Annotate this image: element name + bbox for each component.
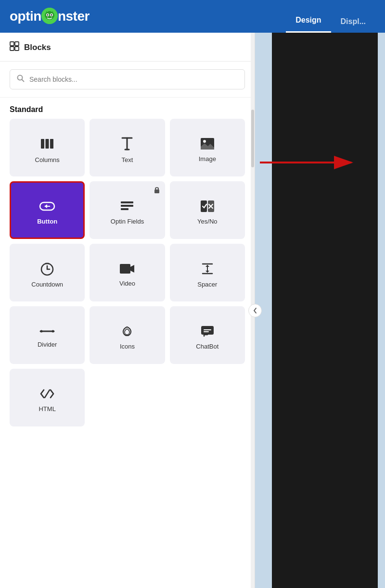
svg-rect-10	[10, 42, 14, 46]
logo-text-end: nster	[58, 9, 90, 24]
yesno-label: Yes/No	[197, 218, 217, 225]
tab-design[interactable]: Design	[286, 11, 331, 33]
text-label: Text	[122, 156, 133, 163]
svg-rect-25	[121, 208, 128, 210]
icons-label: Icons	[120, 343, 135, 350]
image-label: Image	[199, 155, 216, 163]
block-item-image[interactable]: Image	[170, 119, 245, 176]
columns-label: Columns	[35, 156, 60, 163]
html-label: HTML	[38, 405, 55, 413]
blocks-header-icon	[10, 41, 19, 53]
block-item-text[interactable]: Text	[90, 119, 165, 176]
block-item-spacer[interactable]: Spacer	[170, 244, 245, 301]
columns-icon	[39, 136, 55, 151]
countdown-label: Countdown	[31, 281, 63, 288]
app-header: optin nster Design Displ...	[0, 0, 385, 33]
svg-rect-11	[15, 42, 19, 46]
search-container	[0, 62, 255, 98]
lock-icon	[154, 186, 160, 195]
blocks-title: Blocks	[24, 43, 51, 52]
svg-rect-30	[120, 264, 130, 274]
svg-point-20	[203, 140, 206, 143]
blocks-header: Blocks	[0, 33, 255, 62]
svg-line-15	[22, 80, 24, 82]
block-item-button[interactable]: Button	[10, 181, 85, 239]
divider-label: Divider	[38, 341, 57, 348]
search-box[interactable]	[10, 69, 245, 89]
scroll-thumb[interactable]	[251, 110, 254, 167]
block-item-icons[interactable]: Icons	[90, 306, 165, 364]
search-input[interactable]	[29, 75, 238, 83]
logo-monster-icon	[41, 8, 58, 24]
icons-icon	[120, 325, 134, 338]
tab-display[interactable]: Displ...	[331, 13, 375, 33]
video-icon	[119, 263, 135, 275]
logo-text-start: optin	[10, 9, 41, 24]
svg-point-4	[47, 14, 48, 16]
section-label: Standard	[0, 98, 255, 119]
block-item-yesno[interactable]: Yes/No	[170, 181, 245, 239]
spacer-icon	[200, 262, 215, 276]
svg-rect-17	[46, 139, 49, 149]
right-panel	[255, 33, 385, 588]
canvas-area	[272, 33, 378, 588]
svg-rect-26	[201, 200, 207, 212]
button-label: Button	[37, 218, 57, 225]
collapse-panel-button[interactable]	[248, 304, 262, 317]
svg-point-5	[51, 14, 52, 16]
svg-rect-9	[51, 10, 52, 12]
yesno-icon	[200, 200, 215, 213]
block-item-chatbot[interactable]: ChatBot	[170, 306, 245, 364]
divider-icon	[39, 326, 55, 336]
main-layout: Blocks Standard	[0, 33, 385, 588]
svg-rect-13	[15, 47, 19, 50]
block-item-video[interactable]: Video	[90, 244, 165, 301]
svg-rect-8	[47, 10, 48, 12]
block-item-countdown[interactable]: Countdown	[10, 244, 85, 301]
svg-rect-23	[121, 201, 133, 203]
block-item-divider[interactable]: Divider	[10, 306, 85, 364]
block-item-optin-fields[interactable]: Optin Fields	[90, 181, 165, 239]
chatbot-label: ChatBot	[196, 343, 218, 350]
image-icon	[200, 137, 215, 150]
chatbot-icon	[200, 325, 215, 338]
optin-icon	[120, 200, 134, 213]
optin-label: Optin Fields	[111, 218, 144, 225]
logo: optin nster	[10, 8, 90, 25]
svg-rect-12	[10, 47, 14, 50]
svg-rect-22	[154, 189, 159, 193]
button-icon	[39, 200, 55, 213]
block-item-columns[interactable]: Columns	[10, 119, 85, 176]
svg-point-37	[52, 330, 54, 332]
spacer-label: Spacer	[197, 281, 217, 288]
block-item-html[interactable]: HTML	[10, 369, 85, 426]
text-icon	[120, 136, 134, 151]
svg-line-41	[45, 390, 50, 398]
search-icon	[17, 75, 25, 84]
blocks-grid: Columns Text	[0, 119, 255, 436]
video-label: Video	[119, 280, 135, 287]
svg-rect-16	[41, 139, 44, 149]
header-tabs: Design Displ...	[286, 0, 375, 33]
left-panel: Blocks Standard	[0, 33, 255, 588]
html-icon	[39, 387, 55, 400]
countdown-icon	[40, 262, 54, 276]
svg-point-36	[40, 330, 43, 332]
svg-rect-18	[50, 139, 53, 149]
svg-rect-24	[121, 205, 133, 207]
